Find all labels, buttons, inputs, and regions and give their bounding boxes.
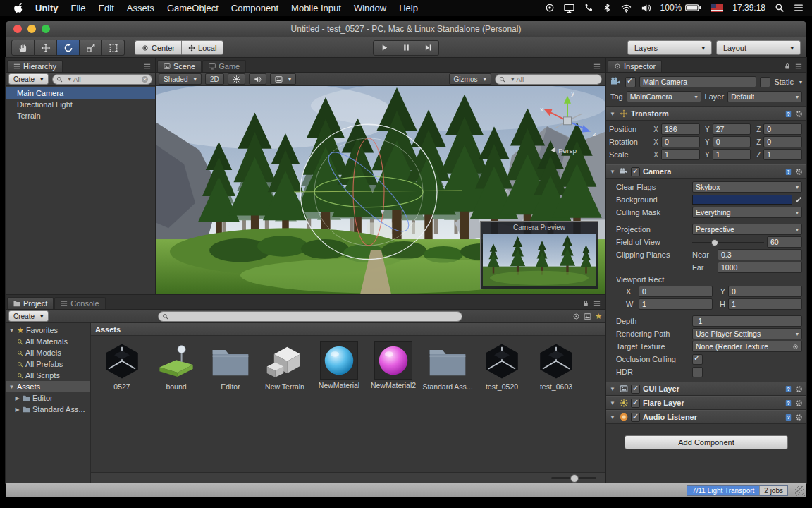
step-button[interactable] xyxy=(417,40,439,56)
hierarchy-create-button[interactable]: Create▾ xyxy=(8,73,49,85)
project-create-button[interactable]: Create▾ xyxy=(8,310,49,322)
gear-icon[interactable] xyxy=(795,399,803,407)
slider-knob[interactable] xyxy=(570,474,579,483)
lightmapping-progress-bar[interactable]: 7/11 Light Transport 2 jobs xyxy=(687,485,788,496)
position-z-field[interactable]: 0 xyxy=(763,123,802,135)
clear-search-icon[interactable] xyxy=(142,76,148,83)
viewport-h-field[interactable]: 1 xyxy=(728,298,802,310)
tree-standard-assets-folder[interactable]: ▶ Standard Ass... xyxy=(6,404,90,415)
tree-editor-folder[interactable]: ▶ Editor xyxy=(6,392,90,404)
menu-window[interactable]: Window xyxy=(347,3,393,13)
foldout-icon[interactable]: ▼ xyxy=(8,384,15,390)
foldout-icon[interactable]: ▼ xyxy=(610,400,617,406)
viewport-y-field[interactable]: 0 xyxy=(728,286,802,297)
menu-component[interactable]: Component xyxy=(225,3,285,13)
wifi-icon[interactable] xyxy=(621,3,632,13)
static-checkbox[interactable] xyxy=(760,77,770,87)
scene-audio-toggle[interactable] xyxy=(249,73,266,85)
scene-lighting-toggle[interactable] xyxy=(228,73,245,85)
pivot-center-button[interactable]: Center xyxy=(135,40,181,55)
gear-icon[interactable] xyxy=(795,385,803,393)
docs-icon[interactable] xyxy=(785,385,792,393)
asset-standard-assets-folder[interactable]: Standard Ass... xyxy=(425,341,470,391)
audio-listener-component-header[interactable]: ▼ Audio Listener xyxy=(606,410,806,424)
rotation-x-field[interactable]: 0 xyxy=(661,136,700,147)
camera-enabled-checkbox[interactable] xyxy=(631,167,640,176)
layer-dropdown[interactable]: Default▾ xyxy=(727,91,802,102)
foldout-icon[interactable]: ▶ xyxy=(14,406,20,413)
depth-field[interactable]: -1 xyxy=(692,315,802,327)
docs-icon[interactable] xyxy=(785,413,792,421)
project-search-field[interactable] xyxy=(158,311,462,322)
move-tool-button[interactable] xyxy=(35,40,57,56)
tree-all-models[interactable]: All Models xyxy=(6,347,90,358)
saved-search-star-icon[interactable]: ★ xyxy=(595,312,602,321)
viewport-x-field[interactable]: 0 xyxy=(639,286,713,297)
scale-y-field[interactable]: 1 xyxy=(713,149,751,160)
rendering-path-dropdown[interactable]: Use Player Settings▾ xyxy=(692,328,802,339)
gizmos-dropdown[interactable]: Gizmos▾ xyxy=(449,73,491,85)
hdr-checkbox[interactable] xyxy=(692,367,703,377)
clipping-near-field[interactable]: 0.3 xyxy=(718,249,802,260)
culling-mask-dropdown[interactable]: Everything▾ xyxy=(692,207,802,218)
tab-inspector[interactable]: Inspector xyxy=(608,60,662,72)
search-by-type-icon[interactable] xyxy=(572,313,580,320)
panel-menu-icon[interactable] xyxy=(795,63,802,70)
tab-game[interactable]: Game xyxy=(202,60,246,72)
rotation-y-field[interactable]: 0 xyxy=(713,136,751,147)
tree-all-prefabs[interactable]: All Prefabs xyxy=(6,358,90,370)
foldout-icon[interactable]: ▶ xyxy=(14,395,20,401)
scene-effects-dropdown[interactable]: ▾ xyxy=(270,73,297,85)
gear-icon[interactable] xyxy=(795,413,803,421)
rotate-tool-button[interactable] xyxy=(57,40,80,56)
menu-mobile-input[interactable]: Mobile Input xyxy=(285,3,347,13)
record-icon[interactable] xyxy=(545,3,555,13)
tab-project[interactable]: Project xyxy=(7,297,54,309)
layers-dropdown[interactable]: Layers▾ xyxy=(627,40,712,55)
gear-icon[interactable] xyxy=(795,110,803,118)
projection-dropdown[interactable]: Perspective▾ xyxy=(692,224,802,235)
notification-menu-icon[interactable] xyxy=(794,3,804,13)
tab-hierarchy[interactable]: Hierarchy xyxy=(7,60,63,72)
hierarchy-item-main-camera[interactable]: Main Camera xyxy=(6,87,155,99)
pivot-local-button[interactable]: Local xyxy=(181,40,223,55)
minimize-window-button[interactable] xyxy=(27,25,36,33)
tree-all-scripts[interactable]: All Scripts xyxy=(6,370,90,381)
eyedropper-icon[interactable] xyxy=(795,196,802,203)
asset-editor-folder[interactable]: Editor xyxy=(208,341,253,391)
scale-tool-button[interactable] xyxy=(80,40,102,56)
rect-tool-button[interactable] xyxy=(102,40,125,56)
foldout-icon[interactable]: ▼ xyxy=(610,386,617,392)
resize-grip[interactable] xyxy=(795,486,805,496)
gui-layer-enabled-checkbox[interactable] xyxy=(631,385,640,394)
pause-button[interactable] xyxy=(395,40,417,56)
persp-label[interactable]: Persp xyxy=(558,147,577,155)
fov-field[interactable]: 60 xyxy=(767,236,802,248)
tree-favorites[interactable]: ▼ ★ Favorites xyxy=(6,325,90,336)
docs-icon[interactable] xyxy=(785,168,792,176)
occlusion-culling-checkbox[interactable] xyxy=(692,354,703,365)
spotlight-icon[interactable] xyxy=(775,3,785,13)
zoom-window-button[interactable] xyxy=(42,25,50,33)
close-window-button[interactable] xyxy=(13,25,22,33)
asset-newmaterial2[interactable]: NewMaterial2 xyxy=(371,341,416,391)
audio-listener-enabled-checkbox[interactable] xyxy=(631,413,640,422)
display-icon[interactable] xyxy=(564,3,574,13)
foldout-icon[interactable]: ▼ xyxy=(610,414,617,421)
scale-x-field[interactable]: 1 xyxy=(661,149,700,160)
window-titlebar[interactable]: Untitled - test_0527 - PC, Mac & Linux S… xyxy=(6,21,806,37)
panel-menu-icon[interactable] xyxy=(144,63,151,70)
apple-menu-icon[interactable] xyxy=(8,2,29,13)
gear-icon[interactable] xyxy=(795,168,803,176)
2d-toggle-button[interactable]: 2D xyxy=(205,73,224,85)
asset-test-0603[interactable]: test_0603 xyxy=(534,341,579,391)
panel-menu-icon[interactable] xyxy=(593,63,601,70)
gui-layer-component-header[interactable]: ▼ GUI Layer xyxy=(606,382,806,396)
foldout-icon[interactable]: ▼ xyxy=(610,169,617,175)
lock-icon[interactable] xyxy=(582,300,589,307)
menu-assets[interactable]: Assets xyxy=(121,3,161,13)
fov-slider[interactable] xyxy=(692,237,764,247)
foldout-icon[interactable]: ▼ xyxy=(610,111,617,117)
thumbnail-zoom-slider[interactable] xyxy=(551,477,596,479)
tab-console[interactable]: Console xyxy=(54,297,105,309)
